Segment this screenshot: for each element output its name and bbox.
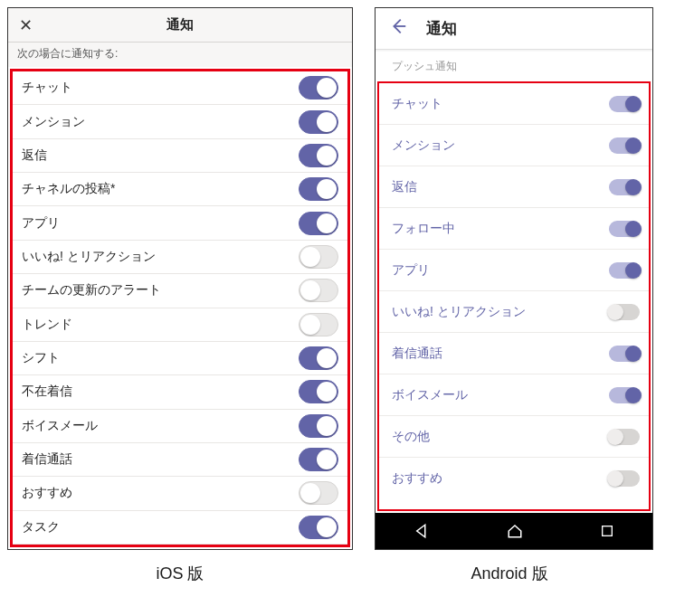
setting-label: チャット (22, 80, 72, 96)
toggle-switch[interactable] (299, 110, 338, 134)
back-icon[interactable] (388, 16, 408, 41)
list-item: シフト (13, 342, 347, 375)
setting-label: 着信通話 (22, 451, 72, 468)
list-item: アプリ (379, 250, 649, 291)
setting-label: 着信通話 (392, 346, 442, 362)
list-item: 不在着信 (13, 375, 347, 409)
captions-row: iOS 版 Android 版 (0, 550, 675, 584)
ios-header-title: 通知 (8, 16, 352, 33)
setting-label: トレンド (22, 317, 72, 333)
setting-label: おすすめ (22, 485, 72, 501)
setting-label: 返信 (22, 147, 47, 164)
list-item: ボイスメール (13, 410, 347, 443)
setting-label: チャット (392, 96, 442, 112)
toggle-switch[interactable] (609, 137, 640, 154)
list-item: 返信 (13, 139, 347, 173)
list-item: ボイスメール (379, 374, 649, 416)
toggle-switch[interactable] (299, 313, 338, 336)
setting-label: アプリ (22, 215, 60, 232)
list-item: チャット (379, 83, 649, 125)
toggle-switch[interactable] (299, 380, 338, 403)
setting-label: いいね! とリアクション (22, 249, 156, 265)
nav-recent-icon[interactable] (600, 524, 614, 538)
setting-label: タスク (22, 519, 60, 535)
setting-label: メンション (22, 114, 85, 130)
toggle-switch[interactable] (609, 470, 640, 487)
android-header: 通知 (376, 8, 652, 50)
setting-label: おすすめ (392, 470, 442, 487)
setting-label: チームの更新のアラート (22, 282, 161, 299)
toggle-switch[interactable] (609, 96, 640, 112)
close-icon[interactable]: ✕ (19, 17, 33, 33)
setting-label: シフト (22, 350, 60, 366)
list-item: チャネルの投稿* (13, 173, 347, 206)
android-caption: Android 版 (360, 563, 659, 584)
list-item: メンション (379, 125, 649, 166)
android-header-title: 通知 (426, 18, 457, 39)
list-item: チームの更新のアラート (13, 274, 347, 308)
toggle-switch[interactable] (299, 414, 338, 438)
setting-label: チャネルの投稿* (22, 181, 115, 197)
setting-label: フォロー中 (392, 221, 455, 237)
toggle-switch[interactable] (299, 346, 338, 370)
toggle-switch[interactable] (299, 177, 338, 201)
setting-label: アプリ (392, 262, 430, 279)
list-item: フォロー中 (379, 208, 649, 250)
setting-label: ボイスメール (22, 418, 98, 434)
list-item: おすすめ (13, 477, 347, 510)
ios-settings-list: チャットメンション返信チャネルの投稿*アプリいいね! とリアクションチームの更新… (10, 69, 350, 547)
nav-back-icon[interactable] (414, 523, 430, 539)
list-item: いいね! とリアクション (379, 291, 649, 333)
toggle-switch[interactable] (299, 279, 338, 302)
setting-label: メンション (392, 137, 455, 154)
list-item: いいね! とリアクション (13, 241, 347, 274)
list-item: チャット (13, 71, 347, 105)
list-item: おすすめ (379, 458, 649, 499)
ios-caption: iOS 版 (0, 563, 360, 584)
toggle-switch[interactable] (609, 262, 640, 279)
ios-screen: ✕ 通知 次の場合に通知する: チャットメンション返信チャネルの投稿*アプリいい… (7, 7, 353, 550)
svg-rect-0 (602, 526, 612, 536)
android-subheader: プッシュ通知 (376, 50, 652, 80)
setting-label: 不在着信 (22, 384, 72, 400)
toggle-switch[interactable] (609, 304, 640, 320)
nav-home-icon[interactable] (507, 523, 523, 539)
toggle-switch[interactable] (609, 429, 640, 445)
list-item: メンション (13, 105, 347, 138)
android-screen: 通知 プッシュ通知 チャットメンション返信フォロー中アプリいいね! とリアクショ… (375, 7, 653, 550)
toggle-switch[interactable] (299, 448, 338, 471)
list-item: 着信通話 (13, 443, 347, 477)
toggle-switch[interactable] (299, 481, 338, 505)
toggle-switch[interactable] (299, 212, 338, 235)
list-item: 着信通話 (379, 333, 649, 374)
android-navbar (376, 513, 652, 549)
list-item: トレンド (13, 308, 347, 342)
toggle-switch[interactable] (609, 346, 640, 362)
toggle-switch[interactable] (609, 221, 640, 237)
toggle-switch[interactable] (609, 387, 640, 403)
toggle-switch[interactable] (299, 516, 338, 539)
setting-label: いいね! とリアクション (392, 304, 526, 320)
list-item: タスク (13, 511, 347, 545)
list-item: アプリ (13, 206, 347, 240)
toggle-switch[interactable] (299, 76, 338, 100)
setting-label: ボイスメール (392, 387, 468, 403)
toggle-switch[interactable] (299, 144, 338, 167)
ios-header: ✕ 通知 (8, 8, 352, 43)
setting-label: その他 (392, 429, 430, 445)
toggle-switch[interactable] (609, 179, 640, 195)
android-settings-list: チャットメンション返信フォロー中アプリいいね! とリアクション着信通話ボイスメー… (377, 81, 651, 511)
list-item: 返信 (379, 166, 649, 208)
ios-subheader: 次の場合に通知する: (8, 43, 352, 67)
toggle-switch[interactable] (299, 245, 338, 269)
list-item: その他 (379, 416, 649, 458)
setting-label: 返信 (392, 179, 417, 195)
